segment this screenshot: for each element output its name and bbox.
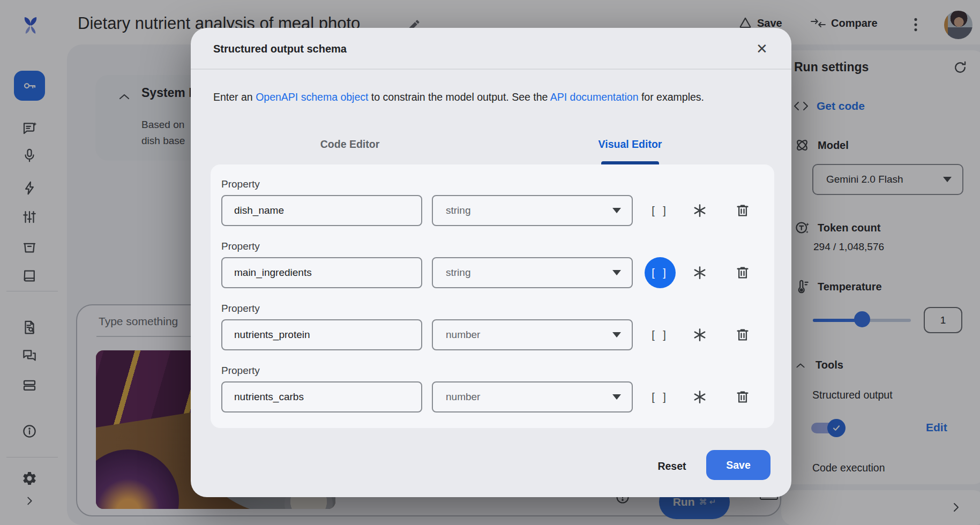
delete-property-button[interactable] <box>735 389 751 405</box>
required-asterisk-button[interactable] <box>692 389 708 405</box>
chevron-down-icon <box>612 208 621 213</box>
tab-visual-editor[interactable]: Visual Editor <box>571 138 689 151</box>
property-type-select[interactable]: number <box>432 319 633 350</box>
schema-property-row: Property main_ingredients string [ ] <box>211 231 774 293</box>
dialog-title: Structured output schema <box>213 28 347 70</box>
array-toggle-button[interactable]: [ ] <box>645 257 676 288</box>
save-schema-button[interactable]: Save <box>706 450 770 480</box>
property-name-input[interactable]: dish_name <box>221 195 422 226</box>
property-name-input[interactable]: nutrients_protein <box>221 319 422 350</box>
required-asterisk-button[interactable] <box>692 265 708 281</box>
delete-property-button[interactable] <box>735 202 751 219</box>
property-label: Property <box>221 365 260 377</box>
dialog-header: Structured output schema ✕ <box>191 28 791 70</box>
property-type-select[interactable]: string <box>432 257 633 288</box>
schema-property-row: Property dish_name string [ ] <box>211 169 774 231</box>
api-documentation-link[interactable]: API documentation <box>550 91 639 103</box>
chevron-down-icon <box>612 394 621 400</box>
required-asterisk-button[interactable] <box>692 327 708 343</box>
array-toggle-button[interactable]: [ ] <box>645 319 676 350</box>
property-label: Property <box>221 303 260 314</box>
property-label: Property <box>221 241 260 252</box>
dialog-description: Enter an OpenAPI schema object to constr… <box>213 91 704 103</box>
property-name-input[interactable]: main_ingredients <box>221 257 422 288</box>
property-type-select[interactable]: string <box>432 195 633 226</box>
structured-output-schema-dialog: Structured output schema ✕ Enter an Open… <box>191 28 791 497</box>
openapi-schema-link[interactable]: OpenAPI schema object <box>256 91 368 103</box>
array-toggle-button[interactable]: [ ] <box>645 381 676 412</box>
chevron-down-icon <box>612 270 621 275</box>
delete-property-button[interactable] <box>735 265 751 281</box>
chevron-down-icon <box>612 332 621 338</box>
close-icon[interactable]: ✕ <box>753 40 771 58</box>
required-asterisk-button[interactable] <box>692 202 708 219</box>
property-label: Property <box>221 178 260 190</box>
schema-properties-panel: Property dish_name string [ ] Property m… <box>211 164 774 428</box>
tab-code-editor[interactable]: Code Editor <box>291 138 409 151</box>
reset-button[interactable]: Reset <box>645 455 699 477</box>
schema-property-row: Property nutrients_carbs number [ ] <box>211 355 774 417</box>
schema-property-row: Property nutrients_protein number [ ] <box>211 293 774 355</box>
delete-property-button[interactable] <box>735 327 751 343</box>
array-toggle-button[interactable]: [ ] <box>645 195 676 226</box>
property-name-input[interactable]: nutrients_carbs <box>221 381 422 412</box>
property-type-select[interactable]: number <box>432 381 633 412</box>
